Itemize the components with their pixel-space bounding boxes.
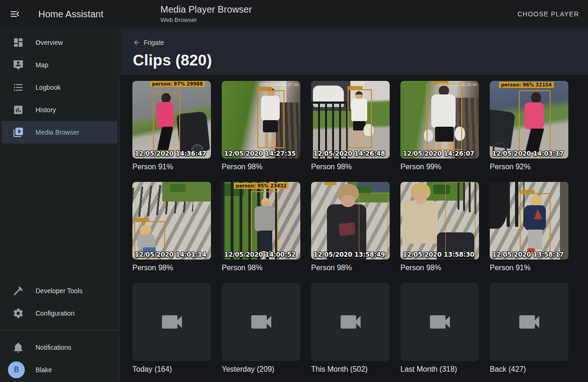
clip-card[interactable]: person: 95% 23432 12/05/2020 14:00:52 Pe…	[222, 182, 300, 272]
clip-thumbnail: 12/05/2020 14:26:48	[311, 81, 390, 159]
sidebar-item-label: Map	[36, 61, 48, 69]
folder-card-yesterday[interactable]: Yesterday (209)	[222, 283, 300, 374]
clip-caption: Person 98%	[311, 264, 390, 272]
choose-player-button[interactable]: CHOOSE PLAYER	[517, 0, 579, 28]
detection-tag	[134, 218, 149, 221]
sidebar-item-map[interactable]: Map	[2, 54, 117, 76]
play-box-multiple-icon	[13, 127, 24, 138]
user-name: Blake	[36, 366, 52, 374]
folder-label: Today (164)	[132, 365, 211, 374]
sidebar-item-media-browser[interactable]: Media Browser	[2, 121, 117, 144]
clip-thumbnail: 12/05/2020 14:01:14	[132, 182, 211, 259]
folder-card-back[interactable]: Back (427)	[490, 283, 568, 374]
video-icon	[427, 309, 453, 335]
clip-card[interactable]: 2020-12-05 16:27:35 12/05/2020 14:27:35 …	[222, 81, 300, 171]
sidebar-item-history[interactable]: History	[2, 99, 117, 121]
folder-thumbnail	[490, 283, 568, 361]
breadcrumb-label: Frigate	[144, 39, 164, 46]
clip-caption: Person 91%	[132, 163, 211, 171]
page-title: Clips (820)	[133, 51, 588, 69]
detection-tag	[348, 86, 363, 89]
folder-thumbnail	[400, 283, 479, 361]
clip-card[interactable]: 12/05/2020 14:26:48 Person 98%	[311, 81, 390, 171]
clip-caption: Person 98%	[400, 264, 479, 272]
panel-title: Media Player Browser	[160, 4, 252, 15]
sidebar-title: Home Assistant	[38, 0, 103, 28]
clip-timestamp: 12/05/2020 13:58:30	[403, 251, 474, 258]
folder-label: Yesterday (209)	[222, 365, 300, 374]
sidebar-item-label: Logbook	[36, 84, 61, 91]
detection-box	[519, 90, 551, 153]
clip-thumbnail: person: 96% 32154 12/05/2020 14:03:17	[490, 81, 568, 159]
folder-card-this-month[interactable]: This Month (502)	[311, 283, 390, 374]
detection-box	[359, 193, 388, 257]
camera-osd-timestamp: 2020-12-05 16:27:35	[259, 82, 298, 87]
clip-card[interactable]: 12/05/2020 13:58:49 Person 98%	[311, 182, 390, 272]
sidebar-item-overview[interactable]: Overview	[2, 31, 117, 54]
sidebar-item-label: Notifications	[36, 344, 71, 351]
content-header: Frigate Clips (820)	[120, 29, 588, 75]
sidebar-item-label: Overview	[36, 39, 63, 46]
scene-art	[414, 193, 427, 204]
clip-thumbnail: 12/05/2020 13:58:17	[490, 182, 568, 259]
folder-label: This Month (502)	[311, 365, 390, 374]
bell-icon	[13, 342, 24, 353]
folder-label: Back (427)	[490, 365, 568, 374]
clip-card[interactable]: 12/05/2020 14:01:14 Person 98%	[132, 182, 211, 272]
clip-caption: Person 98%	[311, 163, 390, 171]
menu-open-icon[interactable]	[9, 8, 21, 20]
detection-box	[427, 84, 462, 150]
video-icon	[248, 309, 275, 335]
clip-card[interactable]: 12/05/2020 13:58:17 Person 91%	[490, 182, 568, 272]
sidebar-item-logbook[interactable]: Logbook	[2, 76, 117, 99]
clip-thumbnail: person: 97% 29988 12/05/2020 14:36:47	[132, 81, 211, 159]
clip-thumbnail: 2020-12-05 16:26:06 12/05/2020 14:26:07	[400, 81, 479, 159]
clip-card[interactable]: person: 97% 29988 12/05/2020 14:36:47 Pe…	[132, 81, 211, 171]
scene-art	[341, 195, 355, 207]
breadcrumb-back[interactable]: Frigate	[133, 39, 164, 46]
clip-timestamp: 12/05/2020 14:00:52	[224, 251, 296, 258]
detection-tag	[324, 182, 336, 185]
avatar: B	[8, 361, 25, 378]
clip-card[interactable]: person: 96% 32154 12/05/2020 14:03:17 Pe…	[490, 81, 568, 171]
clip-caption: Person 92%	[490, 163, 568, 171]
clip-caption: Person 99%	[400, 163, 479, 171]
clip-timestamp: 12/05/2020 14:03:17	[492, 150, 564, 157]
folder-thumbnail	[311, 283, 390, 361]
sidebar-item-user[interactable]: B Blake	[2, 359, 117, 381]
detection-box	[251, 191, 278, 254]
panel-subtitle: Web Browser	[160, 16, 252, 23]
clip-thumbnail: 12/05/2020 13:58:30	[400, 182, 479, 259]
folder-card-today[interactable]: Today (164)	[132, 283, 211, 374]
detection-tag	[257, 87, 272, 90]
detection-box	[445, 182, 475, 252]
sidebar-item-developer-tools[interactable]: Developer Tools	[2, 280, 117, 302]
detection-label: person: 97% 29988	[150, 81, 205, 87]
detection-box	[153, 92, 180, 151]
sidebar-item-label: History	[36, 106, 56, 114]
app-bar: Home Assistant Media Player Browser Web …	[0, 0, 588, 28]
sidebar-item-label: Media Browser	[36, 129, 79, 136]
detection-box	[348, 89, 372, 148]
clip-timestamp: 12/05/2020 13:58:17	[492, 251, 564, 258]
clip-timestamp: 12/05/2020 14:36:47	[135, 150, 206, 157]
media-browser-panel: Frigate Clips (820) person: 97% 29988 12…	[120, 29, 588, 382]
folder-label: Last Month (318)	[400, 365, 479, 374]
sidebar-item-notifications[interactable]: Notifications	[2, 336, 117, 359]
video-icon	[159, 309, 185, 335]
video-icon	[516, 309, 543, 335]
media-grid: person: 97% 29988 12/05/2020 14:36:47 Pe…	[120, 75, 588, 374]
sidebar-item-label: Configuration	[36, 310, 74, 317]
clip-card[interactable]: 12/05/2020 13:58:30 Person 98%	[400, 182, 479, 272]
clip-caption: Person 91%	[490, 264, 568, 272]
clip-card[interactable]: 2020-12-05 16:26:06 12/05/2020 14:26:07 …	[400, 81, 479, 171]
gear-icon	[13, 308, 24, 319]
clip-thumbnail: person: 95% 23432 12/05/2020 14:00:52	[222, 182, 300, 259]
scene-art	[170, 184, 186, 192]
folder-card-last-month[interactable]: Last Month (318)	[400, 283, 479, 374]
video-icon	[337, 309, 364, 335]
tooltip-account-icon	[13, 59, 24, 71]
clip-caption: Person 98%	[222, 264, 300, 272]
scene-art	[339, 222, 356, 236]
sidebar-item-configuration[interactable]: Configuration	[2, 302, 117, 324]
